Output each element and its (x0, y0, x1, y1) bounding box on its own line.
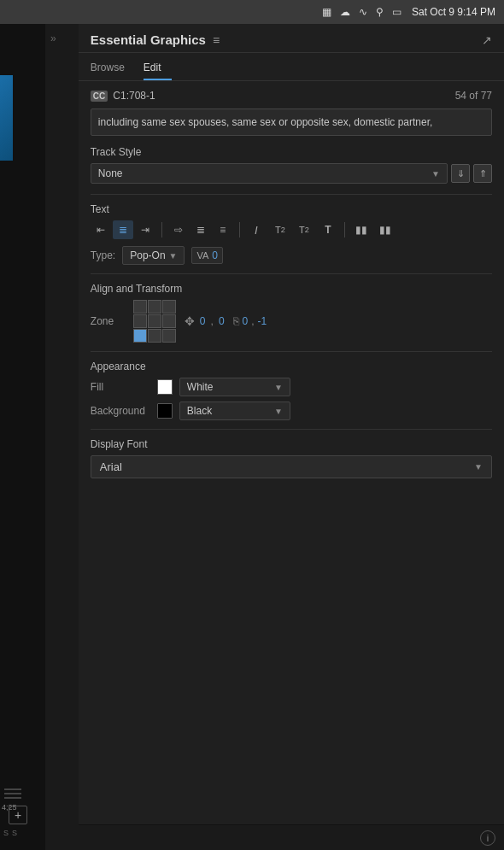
indent-left-btn[interactable]: ▮▮ (351, 220, 372, 239)
info-icon-button[interactable]: i (480, 830, 495, 846)
menubar-icons: ▦ ☁ ∿ ⚲ ▭ (322, 6, 401, 18)
position-group: ✥ 0 , 0 (185, 314, 225, 328)
toolbar-separator-1 (161, 222, 162, 237)
divider-3 (91, 351, 492, 352)
zone-cell-6[interactable] (133, 329, 147, 343)
toolbar-separator-3 (344, 222, 345, 237)
panel-header: Essential Graphics ≡ ↗ (79, 24, 504, 53)
timeline-mark (4, 788, 21, 790)
fill-color-value: White (187, 381, 214, 393)
type-dropdown[interactable]: Pop-On ▼ (122, 246, 185, 265)
display-icon: ▭ (392, 6, 401, 18)
timeline-marks (4, 788, 21, 799)
zone-cell-2[interactable] (162, 300, 176, 314)
cloud-icon: ☁ (340, 6, 350, 18)
tab-browse[interactable]: Browse (91, 58, 135, 80)
zone-grid (133, 300, 176, 343)
zone-label: Zone (91, 315, 125, 327)
justify-full-btn[interactable]: ≡ (213, 220, 233, 239)
zone-cell-1[interactable] (148, 300, 161, 314)
appearance-section: Appearance Fill White ▼ Background Black (91, 361, 492, 420)
size-w-value[interactable]: 0 (243, 315, 249, 327)
size-h-value[interactable]: -1 (258, 315, 267, 327)
track-style-dropdown[interactable]: None ▼ (91, 163, 448, 184)
zone-cell-5[interactable] (162, 314, 176, 328)
pos-y-value[interactable]: 0 (219, 315, 225, 327)
justify-group: ⇨ ≣ ≡ (168, 220, 233, 239)
track-style-chevron: ▼ (431, 169, 440, 179)
panel-body: CC C1:708-1 54 of 77 including same sex … (79, 81, 504, 824)
caps-btn[interactable]: T (318, 220, 338, 239)
move-icon: ✥ (185, 314, 195, 328)
fill-chevron: ▼ (274, 383, 283, 392)
clip-info-left: CC C1:708-1 (91, 90, 155, 102)
track-style-label: Track Style (91, 146, 492, 158)
justify-center-btn[interactable]: ≣ (190, 220, 211, 239)
background-label: Background (91, 405, 150, 417)
type-label: Type: (91, 249, 115, 261)
superscript-btn[interactable]: T2 (270, 220, 290, 239)
menubar: ▦ ☁ ∿ ⚲ ▭ Sat Oct 9 9:14 PM (0, 0, 504, 24)
s-label-2: S (12, 829, 17, 837)
background-color-dropdown[interactable]: Black ▼ (179, 402, 290, 420)
track-style-up-btn[interactable]: ⇑ (473, 164, 492, 183)
panel-title: Essential Graphics (91, 32, 206, 47)
timeline-mark (4, 797, 21, 799)
font-value: Arial (100, 460, 122, 473)
track-style-value: None (98, 167, 123, 179)
align-right-btn[interactable]: ⇥ (135, 220, 155, 239)
appearance-label: Appearance (91, 361, 492, 372)
font-chevron: ▼ (474, 462, 483, 472)
add-button[interactable]: + (9, 806, 27, 824)
align-transform-label: Align and Transform (91, 283, 492, 295)
zone-cell-0[interactable] (133, 300, 147, 314)
zone-cell-8[interactable] (162, 329, 176, 343)
toolbar-separator-2 (239, 222, 240, 237)
text-section: Text ⇤ ≣ ⇥ ⇨ ≣ ≡ I (91, 203, 492, 265)
menubar-time: Sat Oct 9 9:14 PM (412, 6, 495, 18)
divider-2 (91, 273, 492, 274)
track-style-down-btn[interactable]: ⇓ (451, 164, 470, 183)
va-kerning-box[interactable]: VA 0 (191, 247, 223, 264)
fill-color-swatch[interactable] (157, 379, 173, 395)
zone-cell-4[interactable] (148, 314, 161, 328)
fill-color-dropdown[interactable]: White ▼ (179, 378, 290, 396)
size-comma: , (251, 315, 254, 327)
divider-1 (91, 194, 492, 195)
type-row: Type: Pop-On ▼ VA 0 (91, 246, 492, 265)
caption-text-content: including same sex spouses, same sex or … (98, 116, 433, 128)
s-label-1: S (3, 829, 9, 837)
display-font-label: Display Font (91, 438, 492, 450)
background-row: Background Black ▼ (91, 402, 492, 420)
italic-btn[interactable]: I (246, 220, 267, 239)
zone-cell-3[interactable] (133, 314, 147, 328)
left-preview-panel: 4;25 + S S (0, 24, 45, 850)
background-color-swatch[interactable] (157, 403, 173, 419)
align-center-btn[interactable]: ≣ (113, 220, 133, 239)
collapse-panel[interactable]: » (45, 24, 62, 850)
cc-badge: CC (91, 91, 108, 102)
va-value: 0 (212, 249, 218, 261)
resize-icon: ⎘ (233, 315, 239, 327)
panel-tabs: Browse Edit (79, 53, 504, 81)
justify-left-btn[interactable]: ⇨ (168, 220, 189, 239)
collapse-icon: » (50, 32, 56, 44)
background-chevron: ▼ (274, 407, 283, 416)
bottom-strip: i (79, 824, 504, 850)
subscript-btn[interactable]: T2 (294, 220, 314, 239)
indent-right-btn[interactable]: ▮▮ (375, 220, 396, 239)
clip-info-row: CC C1:708-1 54 of 77 (91, 90, 492, 102)
background-color-value: Black (187, 405, 212, 417)
caption-text-area[interactable]: including same sex spouses, same sex or … (91, 108, 492, 136)
panel-export-icon[interactable]: ↗ (482, 33, 492, 47)
tab-edit[interactable]: Edit (144, 58, 172, 80)
font-dropdown[interactable]: Arial ▼ (91, 455, 492, 478)
message-icon: ▦ (322, 6, 331, 18)
zone-row: Zone ✥ (91, 300, 492, 343)
align-left-btn[interactable]: ⇤ (91, 220, 111, 239)
pos-x-value[interactable]: 0 (200, 315, 206, 327)
type-value: Pop-On (130, 249, 165, 261)
zone-cell-7[interactable] (148, 329, 161, 343)
pos-comma: , (211, 315, 214, 327)
panel-menu-icon[interactable]: ≡ (213, 33, 220, 47)
